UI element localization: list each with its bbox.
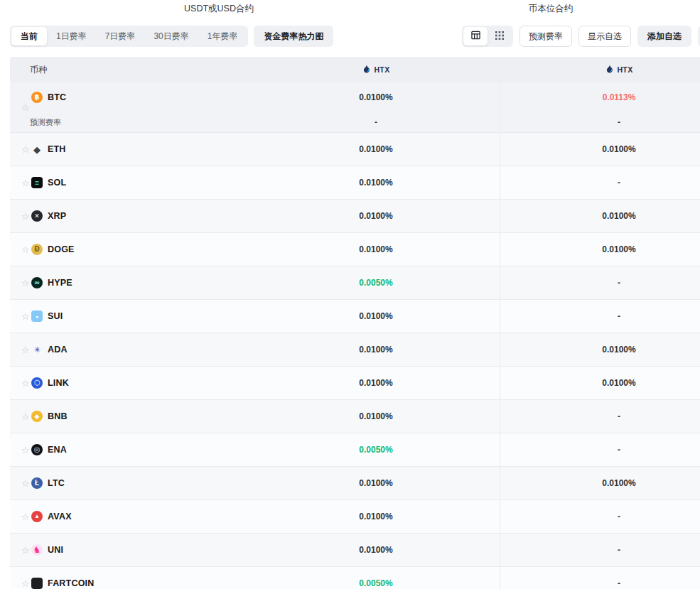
coinm-funding-rate: 0.0100% [500,244,700,254]
table-row-btc[interactable]: ☆ ฿ BTC 0.0100% 0.0113% 预测费率 - - [10,82,700,133]
table-row-sol[interactable]: ☆ ≡ SOL 0.0100% - [10,166,700,200]
coin-icon: ≡ [31,177,43,188]
coin-symbol: DOGE [48,244,75,254]
tab-30d[interactable]: 30日费率 [144,27,198,45]
table-view-button[interactable] [463,27,488,45]
favorite-star-icon[interactable]: ☆ [21,144,30,155]
coinm-funding-rate: - [500,178,700,188]
favorite-star-icon[interactable]: ☆ [21,512,30,522]
exchange-name: HTX [374,65,389,74]
table-row-hype[interactable]: ☆ ∞ HYPE 0.0050% - [10,266,700,300]
usdt-funding-rate: 0.0100% [259,411,493,421]
coin-symbol: HYPE [48,278,72,288]
coin-symbol: SOL [48,178,66,188]
favorite-star-icon[interactable]: ☆ [21,244,30,255]
table-row-fartcoin[interactable]: ☆ FARTCOIN 0.0050% - [10,567,700,589]
row-main-line: ✳ ADA 0.0100% 0.0100% [10,333,700,366]
favorite-star-icon[interactable]: ☆ [21,178,30,188]
predicted-usdt-rate: - [259,117,493,127]
coin-symbol: ETH [48,144,66,154]
tab-1y[interactable]: 1年费率 [198,27,247,45]
coin-cell: ● SUI [31,310,63,322]
coin-cell: ∞ HYPE [31,277,72,288]
row-main-line: ◆ BNB 0.0100% - [10,400,700,433]
usdt-funding-rate: 0.0100% [259,178,493,188]
coinm-funding-rate: 0.0100% [500,211,700,221]
heatmap-button[interactable]: 资金费率热力图 [254,26,333,47]
coin-icon: ♞ [31,544,43,556]
row-main-line: ≡ SOL 0.0100% - [10,166,700,199]
coinm-funding-rate: - [500,545,700,555]
table-row-bnb[interactable]: ☆ ◆ BNB 0.0100% - [10,400,700,433]
favorite-star-icon[interactable]: ☆ [21,411,30,422]
row-main-line: ฿ BTC 0.0100% 0.0113% [10,82,700,112]
coin-icon: ◆ [31,411,43,422]
row-main-line: Ð DOGE 0.0100% 0.0100% [10,233,700,266]
coin-symbol: AVAX [48,512,72,522]
table-row-uni[interactable]: ☆ ♞ UNI 0.0100% - [10,534,700,567]
coin-icon: ◆ [31,144,43,155]
coinm-funding-rate: - [500,311,700,321]
favorite-star-icon[interactable]: ☆ [21,311,30,322]
table-view-icon [471,31,480,42]
coinm-funding-rate: 0.0100% [500,378,700,388]
usdt-funding-rate: 0.0050% [259,578,493,588]
coin-icon [31,578,43,589]
table-row-link[interactable]: ☆ ⬡ LINK 0.0100% 0.0100% [10,367,700,400]
table-row-doge[interactable]: ☆ Ð DOGE 0.0100% 0.0100% [10,233,700,266]
coin-cell: ▲ AVAX [31,511,72,522]
grid-view-button[interactable] [488,27,512,45]
row-main-line: Ł LTC 0.0100% 0.0100% [10,467,700,499]
favorite-star-icon[interactable]: ☆ [21,102,30,113]
favorite-star-icon[interactable]: ☆ [21,478,30,489]
coin-symbol: BNB [48,411,68,421]
show-watchlist-button[interactable]: 显示自选 [578,26,631,47]
favorite-star-icon[interactable]: ☆ [21,211,30,222]
tab-current[interactable]: 当前 [11,27,47,45]
table-row-xrp[interactable]: ☆ ✕ XRP 0.0100% 0.0100% [10,200,700,233]
row-main-line: ∞ HYPE 0.0050% - [10,266,700,299]
coin-icon: ฿ [31,92,43,103]
table-row-ena[interactable]: ☆ ◎ ENA 0.0050% - [10,433,700,467]
table-row-eth[interactable]: ☆ ◆ ETH 0.0100% 0.0100% [10,133,700,166]
tab-1d[interactable]: 1日费率 [47,27,96,45]
row-main-line: ✕ XRP 0.0100% 0.0100% [10,200,700,232]
coin-symbol: ENA [48,445,67,455]
coin-cell: ✳ ADA [31,344,68,355]
add-watchlist-button[interactable]: 添加自选 [637,26,691,47]
favorite-star-icon[interactable]: ☆ [21,278,30,288]
coin-icon: ⬡ [31,377,43,389]
coinm-exchange-header: HTX [500,64,700,75]
coin-symbol: XRP [48,211,66,221]
usdt-funding-rate: 0.0100% [259,211,493,221]
table-row-avax[interactable]: ☆ ▲ AVAX 0.0100% - [10,500,700,534]
tab-7d[interactable]: 7日费率 [96,27,145,45]
coinm-funding-rate: - [500,578,700,588]
coin-icon: ✳ [31,344,43,355]
favorite-star-icon[interactable]: ☆ [21,445,30,455]
coin-icon: ◎ [31,444,43,455]
usdt-funding-rate: 0.0100% [259,478,493,488]
favorite-star-icon[interactable]: ☆ [21,545,30,556]
coin-icon: ✕ [31,210,43,222]
coinm-funding-rate: - [500,445,700,455]
predicted-coinm-rate: - [500,117,700,127]
row-main-line: FARTCOIN 0.0050% - [10,567,700,589]
toolbar-right: 预测费率 显示自选 添加自选 [462,26,700,47]
coin-icon: ▲ [31,511,43,522]
favorite-star-icon[interactable]: ☆ [21,345,30,355]
table-row-ada[interactable]: ☆ ✳ ADA 0.0100% 0.0100% [10,333,700,367]
table-row-sui[interactable]: ☆ ● SUI 0.0100% - [10,300,700,333]
coin-cell: ⬡ LINK [31,377,69,389]
table-row-ltc[interactable]: ☆ Ł LTC 0.0100% 0.0100% [10,467,700,500]
coinm-funding-rate: 0.0113% [500,92,700,102]
htx-flame-icon [605,64,613,75]
favorite-star-icon[interactable]: ☆ [21,378,30,389]
favorite-star-icon[interactable]: ☆ [21,578,30,589]
coin-symbol: SUI [48,311,63,321]
usdt-funding-rate: 0.0050% [259,445,493,455]
predicted-rate-button[interactable]: 预测费率 [519,26,572,47]
coin-symbol: BTC [48,92,66,102]
coinm-funding-rate: - [500,411,700,421]
htx-flame-icon [362,64,370,75]
